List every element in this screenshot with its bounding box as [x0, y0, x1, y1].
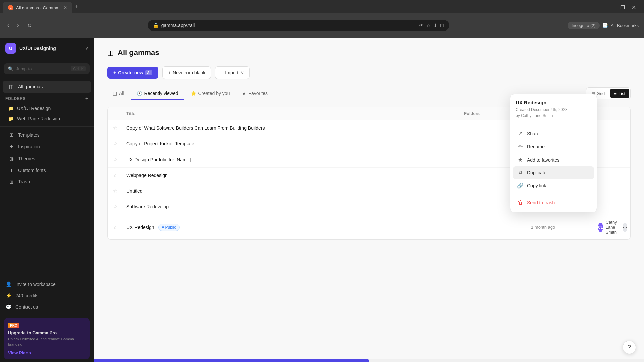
templates-icon: ⊞	[8, 132, 15, 138]
list-view-button[interactable]: ≡ List	[610, 89, 629, 98]
sidebar-item-trash[interactable]: 🗑 Trash	[3, 176, 91, 187]
ctx-add-favorites-label: Add to favorites	[527, 157, 559, 163]
ctx-divider	[513, 194, 594, 194]
forward-button[interactable]: ›	[15, 20, 21, 31]
sidebar: U UX/UI Designing ∨ 🔍 Jump to Ctrl+K ◫ A…	[0, 38, 94, 362]
star-button[interactable]: ☆	[113, 224, 126, 230]
context-menu-title: UX Redesign	[516, 100, 591, 105]
row-title[interactable]: UX Redesign	[126, 225, 154, 230]
back-button[interactable]: ‹	[5, 20, 11, 31]
create-label: Create new	[118, 70, 143, 75]
row-title[interactable]: Untitled	[126, 188, 464, 194]
ctx-meta-line1: Created December 4th, 2023	[516, 107, 568, 112]
star-address-icon[interactable]: ☆	[426, 23, 431, 28]
active-tab[interactable]: G All gammas - Gamma ✕	[3, 2, 72, 13]
public-badge: Public	[158, 224, 180, 231]
row-author: CL Cathy Lane Smith ⋯	[598, 220, 625, 235]
reload-button[interactable]: ↻	[25, 20, 34, 31]
ctx-send-trash-item[interactable]: 🗑 Send to trash	[513, 196, 594, 209]
minimize-btn[interactable]: —	[605, 3, 616, 12]
create-new-button[interactable]: + Create new AI	[107, 67, 158, 79]
page-title: All gammas	[118, 48, 159, 57]
new-tab-button[interactable]: +	[72, 1, 82, 13]
credits-item[interactable]: ⚡ 240 credits	[0, 290, 94, 301]
blank-plus-icon: +	[168, 70, 171, 75]
star-button[interactable]: ☆	[113, 172, 126, 178]
custom-fonts-icon: T	[8, 167, 15, 173]
star-button[interactable]: ☆	[113, 125, 126, 131]
credits-label: 240 credits	[15, 293, 38, 298]
import-label: Import	[225, 70, 238, 75]
sidebar-item-label: Inspiration	[18, 144, 40, 149]
view-plans-button[interactable]: View Plans	[8, 350, 86, 355]
author-name: Cathy Lane Smith	[606, 220, 617, 235]
sidebar-item-custom-fonts[interactable]: T Custom fonts	[3, 165, 91, 176]
folder-icon: 📁	[8, 106, 14, 111]
invite-workspace-item[interactable]: 👤 Invite to workspace	[0, 279, 94, 290]
import-button[interactable]: ↓ Import ∨	[215, 66, 250, 79]
right-toolbar: Incognito (2) 📑 All Bookmarks	[568, 22, 639, 29]
import-icon: ↓	[221, 70, 223, 75]
sidebar-item-themes[interactable]: ◑ Themes	[3, 153, 91, 164]
row-title[interactable]: Webpage Redesign	[126, 173, 464, 178]
folder-item-ux-ui-redesign[interactable]: 📁 UX/UI Redesign	[3, 103, 91, 113]
folders-label: Folders	[5, 96, 26, 101]
col-title: Title	[126, 111, 464, 116]
created-by-you-icon: ⭐	[191, 90, 196, 96]
import-chevron-icon: ∨	[240, 70, 244, 75]
tab-close-btn[interactable]: ✕	[64, 5, 67, 10]
folder-item-web-page-redesign[interactable]: 📁 Web Page Redesign	[3, 114, 91, 124]
public-label: Public	[165, 225, 176, 230]
address-bar[interactable]: 🔒 gamma.app/#all 👁 ☆ ⬇ ⊡	[148, 20, 449, 31]
sidebar-bottom: 👤 Invite to workspace ⚡ 240 credits 💬 Co…	[0, 276, 94, 315]
search-bar[interactable]: 🔍 Jump to Ctrl+K	[4, 63, 90, 74]
sidebar-item-label: Trash	[18, 179, 30, 184]
ai-badge: AI	[145, 70, 152, 75]
tab-created-by-you[interactable]: ⭐ Created by you	[185, 87, 235, 100]
themes-icon: ◑	[8, 156, 15, 162]
tab-recently-viewed-label: Recently viewed	[144, 90, 178, 96]
tab-all[interactable]: ◫ All	[107, 87, 130, 100]
sidebar-header: U UX/UI Designing ∨	[0, 38, 94, 59]
more-options-button[interactable]: ⋯	[623, 223, 627, 232]
tab-recently-viewed[interactable]: 🕐 Recently viewed	[131, 87, 184, 100]
sidebar-item-inspiration[interactable]: ✦ Inspiration	[3, 141, 91, 153]
context-menu-meta: Created December 4th, 2023 by Cathy Lane…	[516, 107, 591, 119]
restore-btn[interactable]: ❐	[618, 3, 628, 12]
upgrade-title: Upgrade to Gamma Pro	[8, 330, 86, 335]
add-favorites-icon: ★	[517, 157, 524, 163]
close-btn[interactable]: ✕	[629, 3, 639, 12]
row-title[interactable]: Software Redevelop	[126, 204, 464, 209]
star-button[interactable]: ☆	[113, 157, 126, 163]
ctx-send-trash-label: Send to trash	[527, 200, 555, 205]
ctx-duplicate-item[interactable]: ⧉ Duplicate	[513, 166, 594, 179]
trash-icon: 🗑	[8, 179, 15, 184]
download-icon[interactable]: ⬇	[433, 23, 437, 28]
star-button[interactable]: ☆	[113, 188, 126, 194]
sidebar-item-all-gammas[interactable]: ◫ All gammas	[3, 81, 91, 93]
workspace-chevron-icon[interactable]: ∨	[85, 46, 88, 51]
search-placeholder: Jump to	[16, 66, 68, 71]
contact-us-item[interactable]: 💬 Contact us	[0, 301, 94, 313]
tab-created-by-you-label: Created by you	[198, 90, 230, 96]
row-title[interactable]: UX Design Portfolio for [Name]	[126, 157, 464, 162]
ctx-copy-link-item[interactable]: 🔗 Copy link	[513, 179, 594, 192]
tab-bar: G All gammas - Gamma ✕ + — ❐ ✕	[0, 0, 644, 13]
help-button[interactable]: ?	[623, 341, 636, 354]
row-title[interactable]: Copy of What Software Builders Can Learn…	[126, 125, 464, 131]
row-title[interactable]: Copy of Project Kickoff Template	[126, 141, 464, 146]
context-menu-items: ↗ Share... ✏ Rename... ★ Add to favorite…	[510, 124, 597, 212]
ctx-share-item[interactable]: ↗ Share...	[513, 127, 594, 140]
sidebar-item-templates[interactable]: ⊞ Templates	[3, 129, 91, 141]
ctx-meta-line2: by Cathy Lane Smith	[516, 113, 553, 118]
star-button[interactable]: ☆	[113, 204, 126, 210]
bookmarks-icon[interactable]: 📑	[602, 23, 608, 28]
incognito-button[interactable]: Incognito (2)	[568, 22, 600, 29]
star-button[interactable]: ☆	[113, 141, 126, 147]
ctx-rename-item[interactable]: ✏ Rename...	[513, 140, 594, 153]
add-folder-button[interactable]: +	[85, 96, 88, 102]
ctx-add-favorites-item[interactable]: ★ Add to favorites	[513, 153, 594, 166]
new-from-blank-button[interactable]: + New from blank	[162, 66, 211, 79]
tab-favorites[interactable]: ★ Favorites	[236, 87, 273, 100]
extensions-icon[interactable]: ⊡	[440, 23, 444, 28]
